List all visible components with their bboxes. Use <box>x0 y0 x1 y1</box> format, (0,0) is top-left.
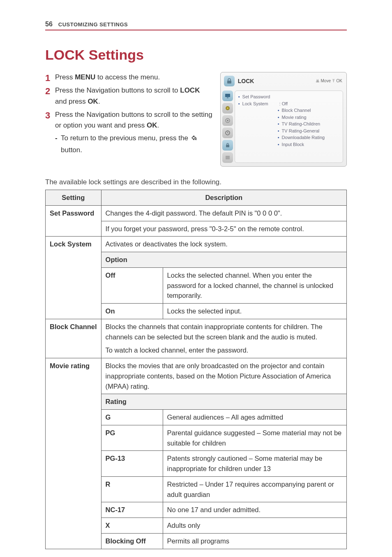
osd-label: Lock System <box>242 100 279 107</box>
step-bold: OK <box>147 121 157 129</box>
osd-subitem[interactable]: •Downloadable Rating <box>278 134 339 141</box>
row-label-set-password: Set Password <box>46 205 101 237</box>
svg-point-6 <box>227 120 228 121</box>
rating-key: X <box>101 518 163 534</box>
page-header: 56 CUSTOMIZING SETTINGS <box>45 21 347 30</box>
audio-category-icon[interactable] <box>222 103 233 114</box>
cell-text: No one 17 and under admitted. <box>163 502 346 518</box>
osd-subitem[interactable]: •Movie rating <box>278 114 339 121</box>
cell-text: Locks the selected channel. When you ent… <box>163 267 346 303</box>
osd-content: •Set Password •Lock System: Off •Block C… <box>235 91 343 163</box>
subhead-rating: Rating <box>101 394 346 410</box>
cell-text: Adults only <box>163 518 346 534</box>
step-text: Press the Navigation buttons to scroll t… <box>55 86 180 94</box>
bullet-icon: • <box>238 93 240 100</box>
step-3: 3 Press the Navigation buttons to scroll… <box>45 109 213 155</box>
cell-text: Changes the 4-digit password. The defaul… <box>101 205 346 221</box>
osd-item[interactable]: •Set Password <box>238 93 339 100</box>
cell-text: Locks the selected input. <box>163 304 346 319</box>
cell-text: Activates or deactivates the lock system… <box>101 237 346 252</box>
svg-rect-9 <box>226 156 230 157</box>
cell-text: Blocks the movies that are only broadcas… <box>101 358 346 394</box>
svg-rect-2 <box>227 97 228 98</box>
step-sub-bullet: To return to the previous menu, press th… <box>55 133 213 156</box>
svg-rect-8 <box>226 145 229 147</box>
cell-text: General audiences – All ages admitted <box>163 410 346 425</box>
osd-sub-label: TV Rating-Children <box>282 121 321 128</box>
row-label-block-channel: Block Channel <box>46 319 101 358</box>
row-label-movie-rating: Movie rating <box>46 358 101 549</box>
step-2: 2 Press the Navigation buttons to scroll… <box>45 85 213 107</box>
osd-subitem[interactable]: •TV Rating-General <box>278 128 339 135</box>
osd-value: : Off <box>279 100 288 107</box>
bullet-icon: • <box>238 100 240 107</box>
step-number: 3 <box>45 109 50 123</box>
osd-item[interactable]: •Lock System: Off <box>238 100 339 107</box>
cell-text: Restricted – Under 17 requires accompany… <box>163 476 346 502</box>
osd-label: Set Password <box>242 93 279 100</box>
step-text: to access the menu. <box>95 73 160 81</box>
bullet-icon: • <box>278 128 279 135</box>
back-icon <box>190 134 198 145</box>
osd-subitem[interactable]: •Block Channel <box>278 107 339 114</box>
cell-text: Parental guidance suggested – Some mater… <box>163 425 346 451</box>
osd-sub-label: Block Channel <box>282 107 311 114</box>
option-category-icon[interactable] <box>222 152 233 163</box>
step-text: and press <box>55 97 88 105</box>
channel-category-icon[interactable] <box>222 115 233 126</box>
row-label-lock-system: Lock System <box>46 237 101 319</box>
option-key: Off <box>101 267 163 303</box>
bullet-icon: • <box>278 141 279 148</box>
step-text: . <box>157 121 159 129</box>
svg-point-4 <box>227 107 228 109</box>
bullet-icon: • <box>278 114 279 121</box>
cell-text: Blocks the channels that contain inappro… <box>101 319 346 358</box>
page-number: 56 <box>45 21 53 28</box>
osd-sub-label: Input Block <box>282 141 304 148</box>
rating-key: NC-17 <box>101 502 163 518</box>
step-1: 1 Press MENU to access the menu. <box>45 72 213 83</box>
sub-text: button. <box>61 146 82 154</box>
osd-sidebar <box>221 89 235 166</box>
sub-text: To return to the previous menu, press th… <box>61 134 190 142</box>
osd-subitem[interactable]: •TV Rating-Children <box>278 121 339 128</box>
step-text: Press the Navigation buttons to scroll t… <box>55 111 212 129</box>
section-name: CUSTOMIZING SETTINGS <box>58 21 128 28</box>
step-number: 1 <box>45 71 50 85</box>
intro-text: The available lock settings are describe… <box>45 178 347 186</box>
step-bold: MENU <box>75 73 95 81</box>
time-category-icon[interactable] <box>222 128 233 138</box>
page-title: LOCK Settings <box>45 47 347 63</box>
lock-category-icon-small[interactable] <box>222 140 233 151</box>
cell-line: Blocks the channels that contain inappro… <box>106 322 342 342</box>
settings-table: Setting Description Set Password Changes… <box>45 190 347 549</box>
svg-rect-0 <box>227 81 231 84</box>
table-header-setting: Setting <box>46 190 101 206</box>
subhead-option: Option <box>101 252 346 268</box>
rating-key: G <box>101 410 163 425</box>
option-key: On <box>101 304 163 319</box>
picture-category-icon[interactable] <box>222 91 233 101</box>
osd-subitem[interactable]: •Input Block <box>278 141 339 148</box>
bullet-icon: • <box>278 121 279 128</box>
cell-text: Permits all programs <box>163 533 346 549</box>
osd-sub-label: TV Rating-General <box>282 128 320 135</box>
step-number: 2 <box>45 84 50 98</box>
osd-header: LOCK ꔣ Move ꔉ OK <box>221 72 346 89</box>
cell-line: To watch a locked channel, enter the pas… <box>106 345 342 355</box>
osd-title: LOCK <box>238 78 316 84</box>
cell-text: If you forget your password, press "0-3-… <box>101 221 346 237</box>
lock-category-icon <box>224 76 235 86</box>
step-bold: LOCK <box>180 86 200 94</box>
svg-rect-10 <box>226 157 230 158</box>
table-header-description: Description <box>101 190 346 206</box>
step-text: . <box>98 97 100 105</box>
rating-key: Blocking Off <box>101 533 163 549</box>
step-bold: OK <box>88 97 98 105</box>
osd-sub-label: Downloadable Rating <box>282 134 325 141</box>
osd-panel: LOCK ꔣ Move ꔉ OK •Set Password •Lock <box>220 72 347 167</box>
bullet-icon: • <box>278 134 279 141</box>
rating-key: PG <box>101 425 163 451</box>
osd-sub-label: Movie rating <box>282 114 307 121</box>
rating-key: PG-13 <box>101 451 163 477</box>
